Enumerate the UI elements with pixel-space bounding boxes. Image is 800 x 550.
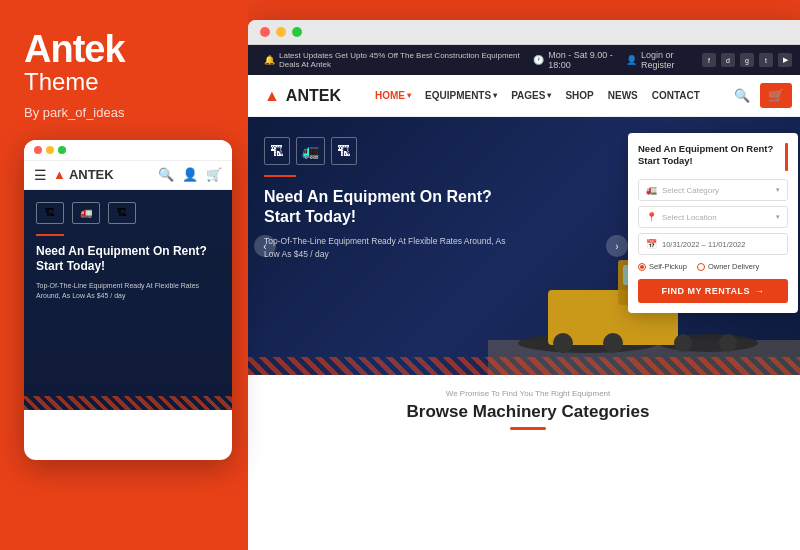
rental-location-left: 📍 Select Location xyxy=(646,212,717,222)
rental-red-bar xyxy=(785,143,788,171)
rental-category-left: 🚛 Select Category xyxy=(646,185,719,195)
mobile-topbar xyxy=(24,140,232,161)
google-icon[interactable]: g xyxy=(740,53,754,67)
nav-equipments[interactable]: EQUIPMENTS ▾ xyxy=(425,90,497,101)
cart-button[interactable]: 🛒 xyxy=(760,83,792,108)
calendar-icon: 📅 xyxy=(646,239,657,249)
mobile-nav-left: ☰ ▲ ANTEK xyxy=(34,167,114,183)
mobile-dot-green xyxy=(58,146,66,154)
mobile-nav: ☰ ▲ ANTEK 🔍 👤 🛒 xyxy=(24,161,232,190)
nav-shop-label: SHOP xyxy=(565,90,593,101)
hero-equip-icons: 🏗 🚛 🏗 xyxy=(264,137,514,165)
nav-equipments-label: EQUIPMENTS xyxy=(425,90,491,101)
svg-point-9 xyxy=(603,333,623,353)
nav-news[interactable]: NEWS xyxy=(608,90,638,101)
mobile-bottom-stripe xyxy=(24,396,232,410)
category-caret-icon: ▾ xyxy=(776,186,780,194)
mobile-mockup: ☰ ▲ ANTEK 🔍 👤 🛒 🏗 🚛 🏗 Need An Equipment … xyxy=(24,140,232,460)
nav-search-icon[interactable]: 🔍 xyxy=(734,88,750,103)
hero-prev-button[interactable]: ‹ xyxy=(254,235,276,257)
nav-logo: ▲ ANTEK xyxy=(264,87,341,105)
browser-dot-yellow xyxy=(276,27,286,37)
browse-title: Browse Machinery Categories xyxy=(264,402,792,422)
owner-delivery-option[interactable]: Owner Delivery xyxy=(697,262,759,271)
twitter-icon[interactable]: t xyxy=(759,53,773,67)
nav-home[interactable]: HOME ▾ xyxy=(375,90,411,101)
hero-content: 🏗 🚛 🏗 Need An Equipment On Rent? Start T… xyxy=(264,137,514,261)
mobile-orange-line xyxy=(36,234,64,236)
nav-pages[interactable]: PAGES ▾ xyxy=(511,90,551,101)
nav-home-label: HOME xyxy=(375,90,405,101)
category-truck-icon: 🚛 xyxy=(646,185,657,195)
nav-contact[interactable]: CONTACT xyxy=(652,90,700,101)
clock-icon: 🕐 xyxy=(533,55,544,65)
left-panel: Antek Theme By park_of_ideas ☰ ▲ ANTEK 🔍… xyxy=(0,0,248,550)
owner-delivery-label: Owner Delivery xyxy=(708,262,759,271)
announce-login[interactable]: 👤 Login or Register xyxy=(626,50,692,70)
hours-text: Mon - Sat 9.00 - 18:00 xyxy=(548,50,616,70)
mobile-equip-box-3: 🏗 xyxy=(108,202,136,224)
mobile-logo-icon: ▲ xyxy=(53,167,66,182)
nav-pages-caret: ▾ xyxy=(547,91,551,100)
hero-red-line xyxy=(264,175,296,177)
hero-subtitle: Top-Of-The-Line Equipment Ready At Flexi… xyxy=(264,235,514,261)
logo-icon: ▲ xyxy=(264,87,280,105)
rental-location-field[interactable]: 📍 Select Location ▾ xyxy=(638,206,788,228)
rental-title: Need An Equipment On Rent? Start Today! xyxy=(638,143,779,168)
mobile-hamburger-icon[interactable]: ☰ xyxy=(34,167,47,183)
youtube-icon[interactable]: ▶ xyxy=(778,53,792,67)
nav-news-label: NEWS xyxy=(608,90,638,101)
hero-next-button[interactable]: › xyxy=(606,235,628,257)
browser-topbar xyxy=(248,20,800,45)
location-placeholder: Select Location xyxy=(662,213,717,222)
location-pin-icon: 📍 xyxy=(646,212,657,222)
rental-category-field[interactable]: 🚛 Select Category ▾ xyxy=(638,179,788,201)
nav-shop[interactable]: SHOP xyxy=(565,90,593,101)
facebook-icon[interactable]: f xyxy=(702,53,716,67)
find-rentals-button[interactable]: FIND MY RENTALS → xyxy=(638,279,788,303)
mobile-nav-icons: 🔍 👤 🛒 xyxy=(158,167,222,182)
hero-title: Need An Equipment On Rent? Start Today! xyxy=(264,187,514,227)
find-rentals-label: FIND MY RENTALS xyxy=(661,286,750,296)
mobile-equip-box-1: 🏗 xyxy=(36,202,64,224)
mobile-equip-box-2: 🚛 xyxy=(72,202,100,224)
svg-point-10 xyxy=(674,334,692,352)
mobile-user-icon[interactable]: 👤 xyxy=(182,167,198,182)
browser-window: 🔔 Latest Updates Get Upto 45% Off The Be… xyxy=(248,20,800,550)
mobile-search-icon[interactable]: 🔍 xyxy=(158,167,174,182)
browser-dot-red xyxy=(260,27,270,37)
dribbble-icon[interactable]: d xyxy=(721,53,735,67)
rental-widget: Need An Equipment On Rent? Start Today! … xyxy=(628,133,798,313)
logo-text: ANTEK xyxy=(286,87,341,105)
nav-actions: 🔍 🛒 xyxy=(734,83,792,108)
nav-equipments-caret: ▾ xyxy=(493,91,497,100)
browse-section: We Promise To Find You The Right Equipme… xyxy=(248,375,800,440)
category-placeholder: Select Category xyxy=(662,186,719,195)
browse-pre-text: We Promise To Find You The Right Equipme… xyxy=(264,389,792,398)
svg-point-11 xyxy=(719,334,737,352)
nav-home-caret: ▾ xyxy=(407,91,411,100)
hero-equip-box-2: 🚛 xyxy=(296,137,325,165)
nav-menu: HOME ▾ EQUIPMENTS ▾ PAGES ▾ SHOP NEWS CO… xyxy=(375,90,700,101)
brand-title: Antek xyxy=(24,30,224,68)
announce-hours: 🕐 Mon - Sat 9.00 - 18:00 xyxy=(533,50,616,70)
mobile-cart-icon[interactable]: 🛒 xyxy=(206,167,222,182)
mobile-dot-yellow xyxy=(46,146,54,154)
rental-delivery-options: Self-Pickup Owner Delivery xyxy=(638,262,788,271)
mobile-dot-red xyxy=(34,146,42,154)
rental-date-text: 10/31/2022 – 11/01/2022 xyxy=(662,240,745,249)
hero-bottom-stripe xyxy=(248,357,800,375)
rental-date-field[interactable]: 📅 10/31/2022 – 11/01/2022 xyxy=(638,233,788,255)
mobile-hero: 🏗 🚛 🏗 Need An Equipment On Rent? Start T… xyxy=(24,190,232,410)
self-pickup-option[interactable]: Self-Pickup xyxy=(638,262,687,271)
mobile-dots xyxy=(34,146,66,154)
hero-equip-box-1: 🏗 xyxy=(264,137,290,165)
hero-section: ‹ › 🏗 🚛 🏗 Need An Equipment On Rent? Sta… xyxy=(248,117,800,375)
brand-subtitle: Theme xyxy=(24,68,224,97)
mobile-hero-subtitle: Top-Of-The-Line Equipment Ready At Flexi… xyxy=(36,281,220,301)
mobile-equip-icons: 🏗 🚛 🏗 xyxy=(36,202,220,224)
login-text: Login or Register xyxy=(641,50,692,70)
mobile-logo: ▲ ANTEK xyxy=(53,167,114,182)
browse-underline xyxy=(510,427,546,430)
find-rentals-arrow: → xyxy=(755,286,765,296)
